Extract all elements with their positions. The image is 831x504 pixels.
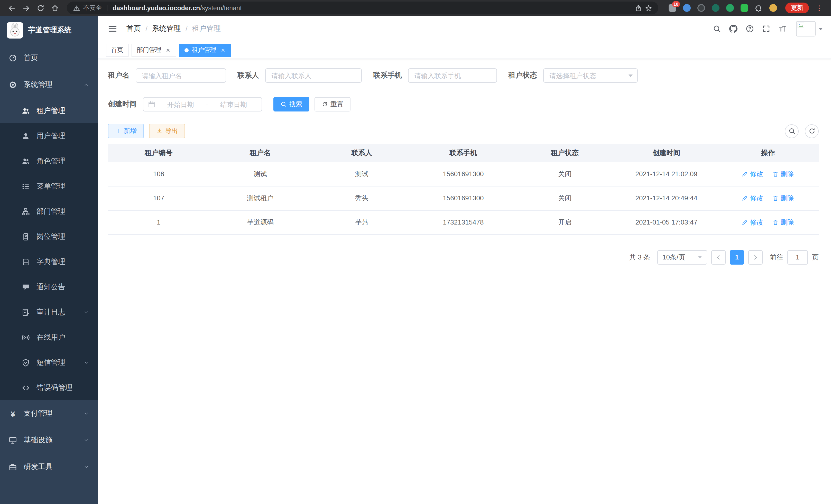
page-size-select[interactable]: 10条/页 bbox=[657, 250, 707, 264]
breadcrumb-system[interactable]: 系统管理 bbox=[152, 24, 181, 33]
cell-created: 2021-12-14 20:49:44 bbox=[616, 186, 717, 210]
extension-icon-5[interactable] bbox=[725, 3, 735, 12]
cell-tenant-id: 1 bbox=[108, 210, 209, 234]
calendar-icon bbox=[148, 101, 155, 108]
cell-actions: 修改 删除 bbox=[717, 162, 819, 186]
tenant-name-input[interactable] bbox=[136, 68, 226, 83]
sidebar-item-home[interactable]: 首页 bbox=[0, 45, 98, 71]
export-button-label: 导出 bbox=[165, 127, 178, 136]
extension-icon-2[interactable] bbox=[682, 3, 691, 12]
edit-row-button[interactable]: 修改 bbox=[742, 217, 764, 227]
start-date-input[interactable] bbox=[157, 100, 204, 108]
filter-contact-mobile: 联系手机 bbox=[373, 68, 497, 83]
infrastructure-icon bbox=[9, 436, 17, 444]
reload-icon[interactable] bbox=[34, 1, 47, 14]
chevron-down-icon bbox=[84, 465, 89, 470]
add-button-label: 新增 bbox=[124, 127, 137, 136]
logo-rabbit-icon bbox=[7, 22, 23, 38]
close-icon[interactable] bbox=[220, 47, 226, 53]
sidebar-item-user[interactable]: 用户管理 bbox=[0, 123, 98, 148]
table-row: 1 芋道源码 芋艿 17321315478 开启 2021-01-05 17:0… bbox=[108, 210, 819, 234]
tenant-status-label: 租户状态 bbox=[508, 71, 537, 80]
tab-tenant[interactable]: 租户管理 bbox=[179, 43, 231, 57]
add-button[interactable]: 新增 bbox=[108, 124, 144, 138]
toggle-search-button[interactable] bbox=[785, 124, 799, 138]
chevron-down-icon bbox=[629, 74, 633, 77]
refresh-button[interactable] bbox=[805, 124, 819, 138]
security-warning-icon bbox=[73, 4, 80, 11]
app-logo[interactable]: 芋道管理系统 bbox=[0, 16, 98, 45]
extension-icon-3[interactable] bbox=[696, 3, 706, 12]
sidebar-item-tenant[interactable]: 租户管理 bbox=[0, 98, 98, 123]
tenant-status-select[interactable] bbox=[543, 68, 638, 83]
cell-tenant-id: 107 bbox=[108, 186, 209, 210]
hamburger-icon[interactable] bbox=[106, 24, 119, 33]
dashboard-icon bbox=[9, 54, 17, 62]
search-icon[interactable] bbox=[713, 25, 721, 33]
cell-contact: 测试 bbox=[311, 162, 412, 186]
breadcrumb-current: 租户管理 bbox=[192, 24, 221, 33]
edit-row-button[interactable]: 修改 bbox=[742, 169, 764, 179]
home-icon[interactable] bbox=[48, 1, 62, 14]
sidebar-item-menu[interactable]: 菜单管理 bbox=[0, 174, 98, 199]
extension-icon-6[interactable] bbox=[740, 3, 749, 12]
sidebar-item-error-code[interactable]: 错误码管理 bbox=[0, 375, 98, 400]
sidebar-item-infrastructure[interactable]: 基础设施 bbox=[0, 427, 98, 454]
close-icon[interactable] bbox=[165, 47, 171, 53]
sidebar-item-post[interactable]: 岗位管理 bbox=[0, 224, 98, 249]
delete-row-button[interactable]: 删除 bbox=[772, 169, 794, 179]
sidebar-item-online-users[interactable]: 在线用户 bbox=[0, 325, 98, 350]
sidebar-item-dev-tools[interactable]: 研发工具 bbox=[0, 454, 98, 480]
browser-update-button[interactable]: 更新 bbox=[785, 3, 809, 13]
prev-page-button[interactable] bbox=[711, 250, 726, 264]
sidebar-item-audit-log[interactable]: 审计日志 bbox=[0, 299, 98, 325]
browser-menu-icon[interactable] bbox=[812, 1, 826, 14]
share-icon[interactable] bbox=[635, 4, 642, 11]
sidebar-item-dept[interactable]: 部门管理 bbox=[0, 199, 98, 224]
table-toolbar: 新增 导出 bbox=[108, 124, 819, 138]
create-time-range-picker[interactable]: - bbox=[143, 97, 262, 112]
sidebar-item-sms[interactable]: 短信管理 bbox=[0, 350, 98, 375]
tab-dept[interactable]: 部门管理 bbox=[132, 43, 176, 57]
sidebar-item-payment[interactable]: ¥ 支付管理 bbox=[0, 400, 98, 427]
tenants-icon bbox=[22, 107, 30, 115]
address-bar[interactable]: 不安全 dashboard.yudao.iocoder.cn/system/te… bbox=[67, 2, 658, 14]
tenant-status-select-input[interactable] bbox=[543, 68, 638, 83]
search-button[interactable]: 搜索 bbox=[274, 97, 309, 112]
forward-icon[interactable] bbox=[20, 1, 33, 14]
bookmark-star-icon[interactable] bbox=[645, 4, 652, 11]
extension-icon-4[interactable] bbox=[711, 3, 720, 12]
tab-home[interactable]: 首页 bbox=[106, 43, 128, 57]
breadcrumb-home[interactable]: 首页 bbox=[126, 24, 141, 33]
next-page-button[interactable] bbox=[748, 250, 763, 264]
extension-icon-1[interactable]: 10 bbox=[667, 3, 677, 12]
top-navbar: 首页 / 系统管理 / 租户管理 bbox=[98, 16, 831, 41]
export-button[interactable]: 导出 bbox=[149, 124, 185, 138]
user-avatar[interactable] bbox=[796, 21, 823, 36]
end-date-input[interactable] bbox=[210, 100, 257, 108]
browser-profile-avatar[interactable] bbox=[768, 3, 778, 12]
sidebar-item-notice[interactable]: 通知公告 bbox=[0, 274, 98, 299]
audit-log-icon bbox=[22, 308, 30, 316]
sidebar-item-system[interactable]: 系统管理 bbox=[0, 71, 98, 98]
reset-button-label: 重置 bbox=[331, 100, 343, 109]
contact-name-input[interactable] bbox=[265, 68, 362, 83]
extensions-puzzle-icon[interactable] bbox=[754, 3, 763, 12]
delete-row-button[interactable]: 删除 bbox=[772, 194, 794, 203]
col-created: 创建时间 bbox=[616, 144, 717, 162]
contact-mobile-input[interactable] bbox=[408, 68, 497, 83]
fullscreen-icon[interactable] bbox=[762, 25, 770, 33]
chevron-down-icon bbox=[84, 309, 89, 315]
sidebar-item-role[interactable]: 角色管理 bbox=[0, 148, 98, 174]
goto-page-input[interactable] bbox=[787, 250, 808, 264]
help-icon[interactable] bbox=[746, 25, 754, 33]
sidebar-item-dict[interactable]: 字典管理 bbox=[0, 249, 98, 274]
back-icon[interactable] bbox=[5, 1, 19, 14]
edit-row-button[interactable]: 修改 bbox=[742, 194, 764, 203]
delete-row-button[interactable]: 删除 bbox=[772, 217, 794, 227]
table-tool-icons bbox=[785, 124, 819, 138]
font-size-icon[interactable] bbox=[779, 25, 787, 33]
page-number-button[interactable]: 1 bbox=[730, 250, 744, 264]
reset-button[interactable]: 重置 bbox=[315, 97, 350, 112]
github-icon[interactable] bbox=[729, 25, 738, 33]
